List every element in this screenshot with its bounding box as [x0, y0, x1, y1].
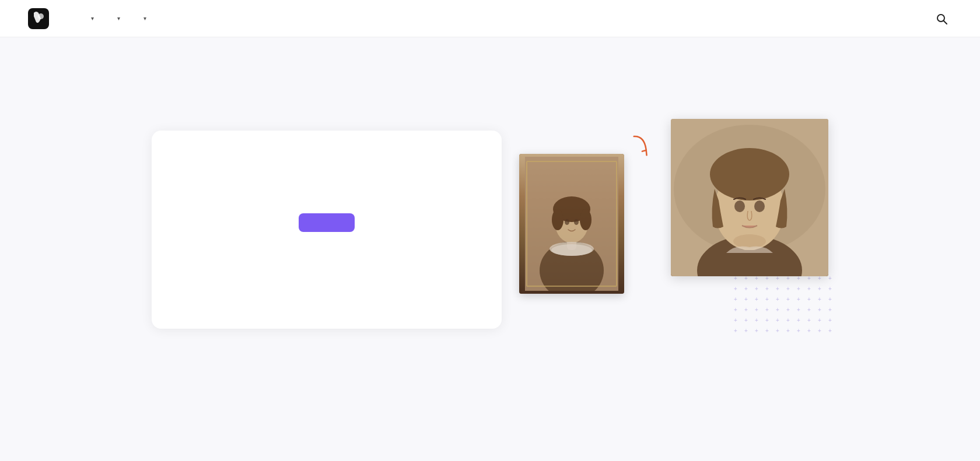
nav-right — [884, 8, 952, 29]
svg-point-2 — [937, 15, 944, 22]
chevron-down-icon: ▾ — [144, 15, 146, 22]
svg-rect-4 — [525, 157, 618, 291]
demo-area: // Generate dots inline const grid = doc… — [502, 119, 828, 340]
svg-point-21 — [734, 200, 745, 212]
upload-panel — [152, 131, 502, 329]
svg-point-11 — [565, 219, 569, 225]
svg-point-9 — [552, 209, 564, 230]
nav-item-photo[interactable]: ▾ — [80, 10, 102, 26]
nav-item-audio[interactable]: ▾ — [107, 10, 128, 26]
signup-button[interactable] — [908, 14, 922, 23]
upload-photo-button[interactable] — [299, 213, 355, 232]
svg-point-1 — [38, 13, 44, 19]
portrait-large-svg — [671, 119, 828, 276]
nav-item-learning[interactable] — [159, 14, 176, 23]
svg-point-10 — [580, 209, 592, 230]
search-button[interactable] — [931, 8, 952, 29]
logo-icon — [28, 8, 49, 29]
svg-line-3 — [944, 21, 947, 24]
hero-section — [0, 37, 980, 107]
main-content: // Generate dots inline const grid = doc… — [82, 107, 898, 364]
small-photo — [519, 154, 624, 294]
svg-rect-6 — [567, 233, 576, 250]
portrait-small-svg — [525, 157, 618, 291]
nav-item-reviews[interactable] — [201, 14, 218, 23]
svg-point-5 — [540, 241, 604, 291]
chevron-down-icon: ▾ — [117, 15, 120, 22]
login-button[interactable] — [884, 14, 898, 23]
svg-point-7 — [555, 205, 588, 243]
svg-point-23 — [733, 234, 766, 248]
dot-grid-decoration: // Generate dots inline const grid = doc… — [732, 274, 834, 335]
svg-point-20 — [710, 148, 789, 200]
logo-link[interactable] — [28, 8, 52, 29]
svg-point-8 — [553, 196, 590, 222]
chevron-down-icon: ▾ — [91, 15, 94, 22]
svg-point-13 — [550, 242, 594, 256]
svg-point-12 — [574, 219, 579, 225]
svg-point-22 — [754, 200, 765, 212]
nav-item-pricing[interactable] — [180, 14, 197, 23]
nav-links: ▾ ▾ ▾ — [80, 10, 884, 26]
svg-point-14 — [551, 244, 592, 256]
nav-item-video[interactable]: ▾ — [133, 10, 155, 26]
large-photo — [671, 119, 828, 276]
search-icon — [936, 13, 947, 24]
navbar: ▾ ▾ ▾ — [0, 0, 980, 37]
